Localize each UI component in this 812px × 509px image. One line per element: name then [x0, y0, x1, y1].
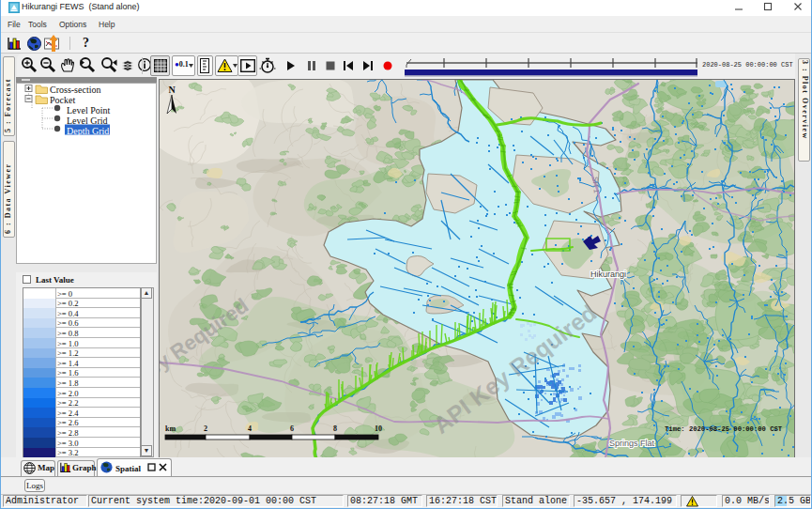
svg-text:SH 1: SH 1 — [590, 177, 601, 194]
svg-text:km: km — [165, 424, 176, 433]
svg-text:Time: 2020-08-25 00:00:00 CST: Time: 2020-08-25 00:00:00 CST — [665, 425, 783, 433]
svg-text:N: N — [168, 85, 176, 95]
svg-text:8: 8 — [333, 424, 337, 433]
svg-text:2: 2 — [204, 424, 207, 433]
svg-text:4: 4 — [248, 424, 252, 433]
svg-text:Hikurangi: Hikurangi — [590, 270, 626, 279]
svg-text:6: 6 — [290, 424, 294, 433]
svg-text:Springs Flat: Springs Flat — [609, 439, 655, 448]
svg-text:10: 10 — [375, 424, 382, 433]
